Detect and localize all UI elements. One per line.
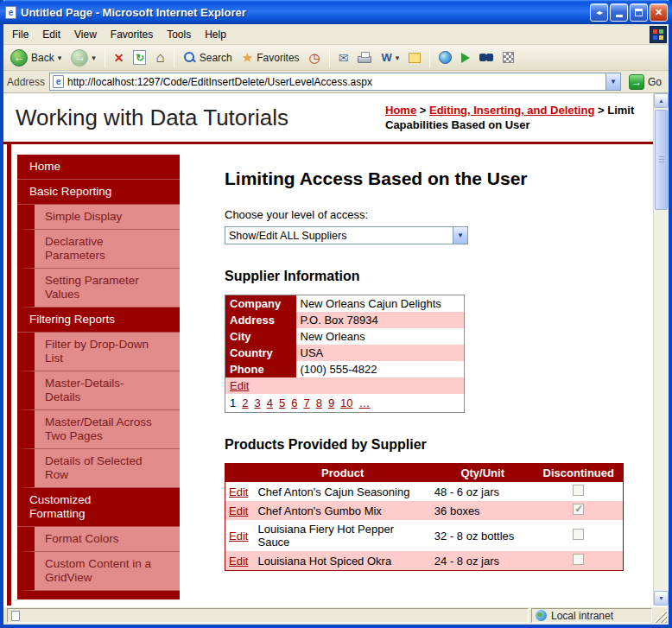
scrollbar-thumb[interactable] bbox=[655, 110, 668, 210]
row-edit-link[interactable]: Edit bbox=[229, 504, 248, 517]
resize-grip[interactable] bbox=[655, 609, 667, 623]
toolbar-addon-button-3[interactable] bbox=[476, 52, 497, 63]
menu-favorites[interactable]: Favorites bbox=[104, 25, 160, 44]
discuss-button[interactable] bbox=[405, 51, 424, 65]
product-column-header: Product bbox=[254, 464, 430, 483]
print-button[interactable] bbox=[354, 50, 375, 65]
scroll-down-button[interactable]: ▼ bbox=[654, 591, 669, 606]
field-value: New Orleans bbox=[296, 328, 465, 345]
access-level-select[interactable]: Show/Edit ALL Suppliers ▼ bbox=[225, 226, 468, 244]
intranet-zone-icon bbox=[536, 610, 547, 621]
search-button[interactable]: Search bbox=[180, 49, 236, 66]
pager-page-link[interactable]: 10 bbox=[340, 396, 352, 409]
toolbar-addon-button-4[interactable] bbox=[499, 50, 517, 65]
pager-page-link[interactable]: 5 bbox=[279, 396, 285, 409]
toolbar-separator bbox=[329, 48, 330, 67]
title-bar[interactable]: e Untitled Page - Microsoft Internet Exp… bbox=[0, 0, 672, 24]
address-dropdown-button[interactable]: ▼ bbox=[605, 73, 620, 90]
sidebar-item-details-of-selected-row[interactable]: Details of Selected Row bbox=[17, 449, 180, 488]
favorites-label: Favorites bbox=[257, 52, 299, 64]
mail-icon: ✉ bbox=[339, 51, 349, 65]
toolbar-separator bbox=[429, 48, 430, 67]
sidebar-item-declarative-parameters[interactable]: Declarative Parameters bbox=[17, 230, 180, 269]
breadcrumb-section-link[interactable]: Editing, Inserting, and Deleting bbox=[429, 104, 594, 117]
row-edit-link[interactable]: Edit bbox=[229, 555, 248, 568]
chevron-down-icon: ▼ bbox=[610, 78, 617, 86]
back-button[interactable]: ← Back ▾ bbox=[7, 48, 65, 68]
security-zone-pane: Local intranet bbox=[531, 608, 652, 623]
site-title: Working with Data Tutorials bbox=[16, 105, 288, 131]
breadcrumb-home-link[interactable]: Home bbox=[385, 104, 416, 117]
row-edit-link[interactable]: Edit bbox=[229, 485, 248, 498]
pager-page-link[interactable]: 4 bbox=[267, 396, 273, 409]
ie-page-icon: e bbox=[5, 6, 16, 19]
menu-tools[interactable]: Tools bbox=[160, 25, 198, 44]
discontinued-checkbox bbox=[573, 485, 584, 496]
product-name: Louisiana Fiery Hot Pepper Sauce bbox=[254, 520, 430, 551]
sidebar-item-home[interactable]: Home bbox=[17, 155, 180, 180]
pager-page-link[interactable]: 6 bbox=[291, 396, 297, 409]
product-name: Louisiana Hot Spiced Okra bbox=[254, 551, 430, 571]
history-button[interactable]: ◷ bbox=[306, 48, 324, 67]
field-value: New Orleans Cajun Delights bbox=[296, 295, 465, 313]
product-qty: 48 - 6 oz jars bbox=[431, 482, 535, 501]
edit-with-word-button[interactable]: W ▾ bbox=[377, 49, 403, 66]
pager-ellipsis-link[interactable]: … bbox=[359, 396, 371, 409]
supplier-edit-link[interactable]: Edit bbox=[230, 379, 249, 392]
minimize-button[interactable] bbox=[610, 3, 628, 22]
sidebar-item-master-details-details[interactable]: Master-Details-Details bbox=[17, 371, 180, 410]
discontinued-checkbox bbox=[573, 554, 584, 565]
menu-file[interactable]: File bbox=[5, 25, 35, 44]
menu-help[interactable]: Help bbox=[198, 25, 233, 44]
menu-edit[interactable]: Edit bbox=[35, 25, 67, 44]
products-section-heading: Products Provided by Supplier bbox=[225, 437, 629, 453]
menu-view[interactable]: View bbox=[67, 25, 104, 44]
status-message-pane bbox=[7, 608, 529, 623]
pager-page-current: 1 bbox=[230, 396, 236, 409]
toolbar-separator bbox=[174, 48, 174, 67]
main-content: Limiting Access Based on the User Choose… bbox=[225, 149, 653, 606]
breadcrumb-separator: > bbox=[420, 104, 427, 117]
sidebar-section-customized-formatting[interactable]: Customized Formatting bbox=[17, 488, 180, 527]
addon-arrow-icon bbox=[461, 53, 470, 63]
row-edit-link[interactable]: Edit bbox=[229, 530, 248, 542]
sidebar-item-setting-parameter-values[interactable]: Setting Parameter Values bbox=[17, 269, 180, 308]
refresh-icon: ↻ bbox=[133, 50, 146, 65]
maximize-button[interactable] bbox=[630, 3, 648, 22]
home-button[interactable]: ⌂ bbox=[152, 48, 168, 68]
mail-button[interactable]: ✉ bbox=[335, 49, 352, 67]
pager-page-link[interactable]: 8 bbox=[316, 396, 322, 409]
pager-page-link[interactable]: 9 bbox=[328, 396, 334, 409]
select-dropdown-button[interactable]: ▼ bbox=[453, 227, 467, 244]
favorites-button[interactable]: ★ Favorites bbox=[238, 48, 303, 67]
pager-page-link[interactable]: 3 bbox=[254, 396, 260, 409]
field-value: P.O. Box 78934 bbox=[296, 312, 465, 328]
stop-button[interactable]: ✕ bbox=[111, 49, 128, 67]
sidebar-item-format-colors[interactable]: Format Colors bbox=[17, 527, 180, 552]
close-icon: ✕ bbox=[655, 7, 662, 18]
sidebar-item-filter-by-drop-down-list[interactable]: Filter by Drop-Down List bbox=[17, 333, 180, 371]
toolbar-addon-button-1[interactable] bbox=[435, 49, 455, 66]
sidebar-item-simple-display[interactable]: Simple Display bbox=[17, 205, 180, 230]
sidebar-item-custom-content-in-a-gridview[interactable]: Custom Content in a GridView bbox=[17, 552, 180, 591]
address-input[interactable]: e http://localhost:1297/Code/EditInsertD… bbox=[49, 73, 621, 91]
sidebar-section-basic-reporting[interactable]: Basic Reporting bbox=[17, 180, 180, 205]
go-button[interactable]: → Go bbox=[625, 73, 665, 91]
sidebar-section-filtering-reports[interactable]: Filtering Reports bbox=[17, 308, 180, 333]
refresh-button[interactable]: ↻ bbox=[130, 48, 149, 67]
pager-page-link[interactable]: 2 bbox=[242, 396, 248, 409]
maximize-icon bbox=[635, 9, 643, 16]
pager-page-link[interactable]: 7 bbox=[303, 396, 309, 409]
vertical-scrollbar[interactable]: ▲ ▼ bbox=[653, 93, 669, 606]
sidebar-item-clipped bbox=[17, 591, 180, 599]
scroll-up-button[interactable]: ▲ bbox=[654, 93, 669, 108]
forward-button[interactable]: → ▾ bbox=[67, 48, 99, 68]
scrollbar-track[interactable] bbox=[654, 108, 669, 591]
search-label: Search bbox=[200, 52, 232, 64]
resize-button[interactable]: ◂▸ bbox=[590, 3, 608, 22]
product-qty: 32 - 8 oz bottles bbox=[431, 520, 535, 551]
sidebar-item-master-detail-across-two-pages[interactable]: Master/Detail Across Two Pages bbox=[17, 410, 180, 449]
close-button[interactable]: ✕ bbox=[650, 3, 668, 22]
toolbar-addon-button-2[interactable] bbox=[458, 51, 473, 65]
access-level-selected-value: Show/Edit ALL Suppliers bbox=[225, 230, 453, 242]
